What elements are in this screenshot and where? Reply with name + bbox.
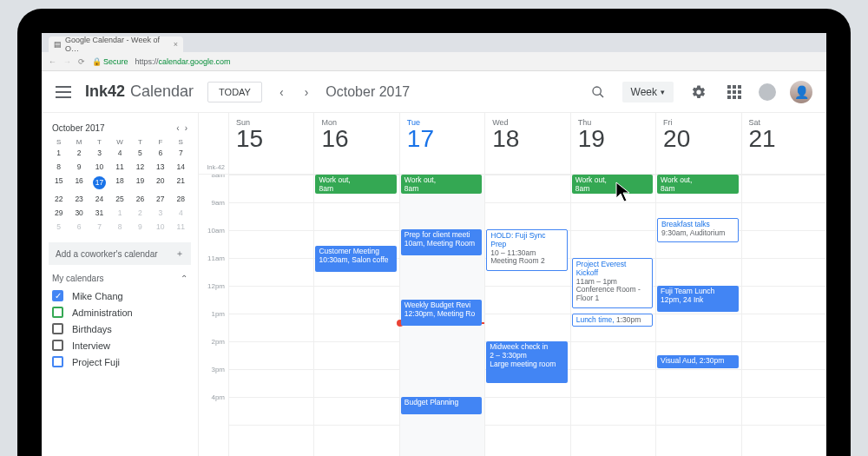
- apps-icon[interactable]: [724, 82, 745, 102]
- calendar-event[interactable]: HOLD: Fuji Sync Prep 10 – 11:30am Meetin…: [486, 229, 567, 271]
- calendar-checkbox[interactable]: [52, 323, 63, 334]
- day-header[interactable]: Tue17: [399, 113, 484, 162]
- calendar-event[interactable]: Work out, 8am: [657, 175, 738, 194]
- browser-tab[interactable]: ▤ Google Calendar - Week of O… ×: [49, 36, 183, 52]
- mini-day[interactable]: 2: [69, 146, 89, 160]
- mini-prev-icon[interactable]: ‹: [176, 123, 179, 133]
- calendar-event[interactable]: Prep for client meeti 10am, Meeting Room: [401, 229, 482, 255]
- day-column[interactable]: [228, 175, 313, 456]
- day-column[interactable]: Work out, 8amProject Everest Kickoff 11a…: [570, 175, 655, 456]
- mini-day[interactable]: 4: [109, 146, 129, 160]
- mini-day[interactable]: 6: [69, 220, 89, 234]
- mini-day[interactable]: 20: [150, 174, 170, 192]
- calendar-item[interactable]: Birthdays: [49, 323, 191, 334]
- calendar-item[interactable]: Mike Chang: [49, 290, 191, 301]
- day-header[interactable]: Thu19: [570, 113, 655, 162]
- mini-day[interactable]: 15: [49, 174, 69, 192]
- calendar-checkbox[interactable]: [52, 290, 63, 301]
- mini-day[interactable]: 29: [49, 206, 69, 220]
- mini-day[interactable]: 23: [69, 192, 89, 206]
- mini-day[interactable]: 8: [49, 160, 69, 174]
- mini-day[interactable]: 5: [130, 146, 150, 160]
- mini-day[interactable]: 13: [150, 160, 170, 174]
- day-column[interactable]: Work out, 8amPrep for client meeti 10am,…: [399, 175, 484, 456]
- next-week-icon[interactable]: ›: [301, 82, 312, 102]
- day-column[interactable]: HOLD: Fuji Sync Prep 10 – 11:30am Meetin…: [484, 175, 569, 456]
- account-avatar[interactable]: 👤: [790, 81, 812, 103]
- mini-day[interactable]: 1: [49, 146, 69, 160]
- back-icon[interactable]: ←: [49, 57, 56, 66]
- view-selector[interactable]: Week ▾: [622, 82, 674, 102]
- reload-icon[interactable]: ⟳: [78, 57, 85, 66]
- notifications-icon[interactable]: [759, 83, 776, 101]
- mini-calendar[interactable]: October 2017 ‹ › SMTWTFS1234567891011121…: [49, 122, 191, 234]
- search-icon[interactable]: [588, 82, 608, 102]
- day-column[interactable]: Work out, 8amCustomer Meeting 10:30am, S…: [313, 175, 398, 456]
- mini-day[interactable]: 22: [49, 192, 69, 206]
- mini-day[interactable]: 6: [150, 146, 170, 160]
- calendar-event[interactable]: Customer Meeting 10:30am, Salon coffe: [315, 246, 396, 272]
- day-header[interactable]: Mon16: [313, 113, 398, 162]
- calendar-event[interactable]: Midweek check in 2 – 3:30pm Large meetin…: [486, 341, 567, 383]
- close-tab-icon[interactable]: ×: [174, 40, 178, 49]
- calendar-event[interactable]: Work out, 8am: [572, 175, 653, 194]
- address-bar[interactable]: https://calendar.google.com: [135, 57, 231, 66]
- day-column[interactable]: [741, 175, 826, 456]
- mini-day[interactable]: 8: [109, 220, 129, 234]
- calendar-event[interactable]: Budget Planning: [401, 397, 482, 414]
- mini-day[interactable]: 24: [89, 192, 109, 206]
- mini-day[interactable]: 4: [171, 206, 191, 220]
- day-header[interactable]: Wed18: [484, 113, 569, 162]
- mini-next-icon[interactable]: ›: [185, 123, 187, 133]
- mini-day[interactable]: 1: [109, 206, 129, 220]
- day-header[interactable]: Sat21: [741, 113, 826, 162]
- calendar-event[interactable]: Work out, 8am: [315, 175, 396, 194]
- calendar-event[interactable]: Lunch time, 1:30pm: [572, 314, 653, 327]
- calendar-event[interactable]: Weekly Budget Revi 12:30pm, Meeting Ro: [401, 300, 482, 326]
- mini-day[interactable]: 19: [130, 174, 150, 192]
- mini-day[interactable]: 27: [150, 192, 170, 206]
- mini-day[interactable]: 2: [130, 206, 150, 220]
- calendar-checkbox[interactable]: [52, 340, 63, 351]
- forward-icon[interactable]: →: [63, 57, 71, 66]
- mini-day[interactable]: 5: [49, 220, 69, 234]
- mini-day[interactable]: 30: [69, 206, 89, 220]
- mini-day[interactable]: 11: [109, 160, 129, 174]
- calendar-item[interactable]: Administration: [49, 307, 191, 318]
- calendar-event[interactable]: Work out, 8am: [401, 175, 482, 194]
- calendar-item[interactable]: Interview: [49, 340, 191, 351]
- today-button[interactable]: TODAY: [207, 82, 262, 102]
- mini-day[interactable]: 3: [89, 146, 109, 160]
- mini-day[interactable]: 10: [89, 160, 109, 174]
- mini-day[interactable]: 31: [89, 206, 109, 220]
- mini-day[interactable]: 9: [130, 220, 150, 234]
- menu-icon[interactable]: [56, 86, 71, 98]
- mini-day[interactable]: 18: [109, 174, 129, 192]
- calendar-checkbox[interactable]: [52, 356, 63, 367]
- calendar-item[interactable]: Project Fuji: [49, 356, 191, 367]
- calendar-event[interactable]: Visual Aud, 2:30pm: [657, 355, 738, 368]
- mini-day[interactable]: 26: [130, 192, 150, 206]
- my-calendars-toggle[interactable]: My calendars ⌃: [49, 270, 191, 287]
- day-header[interactable]: Sun15: [228, 113, 313, 162]
- mini-day[interactable]: 28: [171, 192, 191, 206]
- calendar-event[interactable]: Fuji Team Lunch 12pm, 24 Ink: [657, 286, 738, 312]
- day-column[interactable]: Work out, 8amBreakfast talks 9:30am, Aud…: [655, 175, 740, 456]
- mini-day[interactable]: 16: [69, 174, 89, 192]
- mini-day[interactable]: 7: [171, 146, 191, 160]
- mini-day[interactable]: 11: [171, 220, 191, 234]
- prev-week-icon[interactable]: ‹: [276, 82, 287, 102]
- calendar-event[interactable]: Project Everest Kickoff 11am – 1pm Confe…: [572, 258, 653, 308]
- mini-day[interactable]: 10: [150, 220, 170, 234]
- add-coworker-calendar[interactable]: Add a coworker's calendar ＋: [49, 242, 191, 265]
- mini-day[interactable]: 17: [89, 174, 109, 192]
- mini-day[interactable]: 25: [109, 192, 129, 206]
- calendar-checkbox[interactable]: [52, 307, 63, 318]
- calendar-event[interactable]: Breakfast talks 9:30am, Auditorium: [657, 218, 738, 242]
- mini-day[interactable]: 7: [89, 220, 109, 234]
- mini-day[interactable]: 9: [69, 160, 89, 174]
- mini-day[interactable]: 12: [130, 160, 150, 174]
- mini-day[interactable]: 21: [171, 174, 191, 192]
- settings-icon[interactable]: [687, 81, 710, 103]
- mini-day[interactable]: 3: [150, 206, 170, 220]
